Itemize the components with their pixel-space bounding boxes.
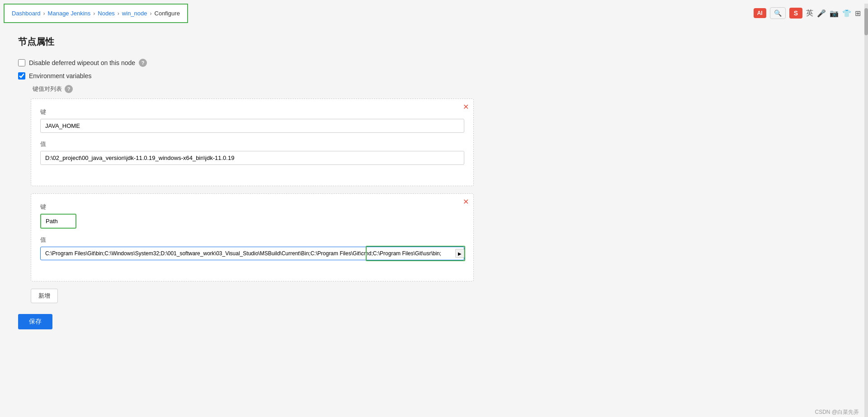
env-checkbox-section: Environment variables 键值对列表 ? ✕ 键 值 bbox=[18, 72, 850, 303]
search-button[interactable]: 🔍 bbox=[770, 7, 786, 19]
breadcrumb-dashboard[interactable]: Dashboard bbox=[12, 10, 41, 17]
key-input-1[interactable] bbox=[40, 119, 464, 133]
camera-icon[interactable]: 📷 bbox=[830, 9, 839, 18]
kv-section: 键值对列表 ? ✕ 键 值 ✕ bbox=[31, 85, 850, 303]
lang-label[interactable]: 英 bbox=[806, 9, 813, 18]
page-title: 节点属性 bbox=[18, 36, 850, 48]
add-button[interactable]: 新增 bbox=[31, 289, 58, 303]
env-checkbox-label[interactable]: Environment variables bbox=[29, 72, 92, 80]
disable-help-icon[interactable]: ? bbox=[139, 59, 147, 67]
breadcrumb-win-node[interactable]: win_node bbox=[122, 10, 147, 17]
entry-2-close-button[interactable]: ✕ bbox=[463, 198, 469, 206]
breadcrumb-nodes[interactable]: Nodes bbox=[98, 10, 115, 17]
breadcrumb-sep-2: › bbox=[93, 10, 95, 17]
value-input-1[interactable] bbox=[40, 151, 464, 165]
main-content: 节点属性 Disable deferred wipeout on this no… bbox=[0, 27, 868, 338]
key-field-group-1: 键 bbox=[40, 108, 464, 133]
key-label-1: 键 bbox=[40, 108, 464, 116]
top-toolbar: AI 🔍 S 英 🎤 📷 👕 ⊞ bbox=[754, 7, 861, 19]
value-label-2: 值 bbox=[40, 236, 464, 244]
breadcrumb-configure: Configure bbox=[155, 10, 180, 17]
ai-button[interactable]: AI bbox=[754, 8, 766, 18]
key-input-2[interactable] bbox=[40, 214, 76, 229]
value-scroll-button[interactable]: ▶ bbox=[455, 249, 464, 258]
value-label-1: 值 bbox=[40, 140, 464, 148]
entry-card-2: ✕ 键 值 ▶ bbox=[31, 193, 474, 281]
key-label-2: 键 bbox=[40, 203, 464, 211]
disable-checkbox-row: Disable deferred wipeout on this node ? bbox=[18, 59, 850, 67]
save-button[interactable]: 保存 bbox=[18, 314, 52, 329]
breadcrumb-sep-1: › bbox=[43, 10, 45, 17]
action-row: 新增 bbox=[31, 289, 850, 303]
s-button[interactable]: S bbox=[789, 8, 802, 19]
watermark: CSDN @白菜先弄 bbox=[815, 408, 859, 416]
scrollbar[interactable] bbox=[864, 4, 868, 417]
breadcrumb-manage-jenkins[interactable]: Manage Jenkins bbox=[48, 10, 91, 17]
value-field-group-2: 值 ▶ bbox=[40, 236, 464, 260]
value-input-2[interactable] bbox=[40, 247, 464, 260]
disable-checkbox-label[interactable]: Disable deferred wipeout on this node bbox=[29, 59, 135, 66]
value-wrapper-2: ▶ bbox=[40, 247, 464, 260]
shirt-icon[interactable]: 👕 bbox=[842, 9, 851, 18]
grid-icon[interactable]: ⊞ bbox=[855, 9, 861, 18]
entry-card-1: ✕ 键 值 bbox=[31, 98, 474, 186]
kv-list-label: 键值对列表 ? bbox=[33, 85, 850, 93]
value-field-group-1: 值 bbox=[40, 140, 464, 165]
breadcrumb-sep-3: › bbox=[118, 10, 119, 17]
key-field-group-2: 键 bbox=[40, 203, 464, 229]
kv-help-icon[interactable]: ? bbox=[65, 85, 73, 93]
breadcrumb: Dashboard › Manage Jenkins › Nodes › win… bbox=[4, 4, 188, 23]
entry-1-close-button[interactable]: ✕ bbox=[463, 103, 469, 111]
mic-icon[interactable]: 🎤 bbox=[817, 9, 826, 18]
breadcrumb-sep-4: › bbox=[150, 10, 152, 17]
scrollbar-thumb[interactable] bbox=[864, 8, 868, 35]
env-checkbox[interactable] bbox=[18, 72, 25, 80]
disable-checkbox[interactable] bbox=[18, 59, 25, 66]
page-wrapper: Dashboard › Manage Jenkins › Nodes › win… bbox=[0, 4, 868, 417]
env-checkbox-row: Environment variables bbox=[18, 72, 850, 80]
